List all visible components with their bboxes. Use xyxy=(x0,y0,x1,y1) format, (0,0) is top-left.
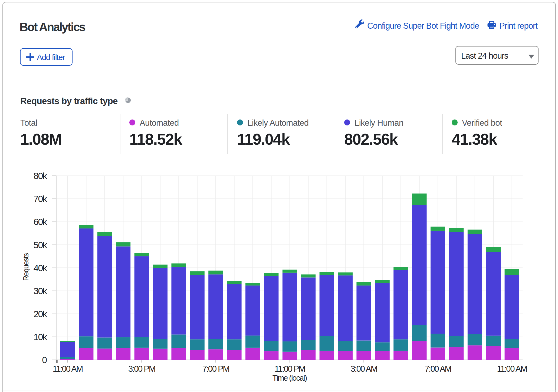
svg-text:50k: 50k xyxy=(34,240,47,250)
svg-text:80k: 80k xyxy=(34,171,47,181)
svg-text:7:00 PM: 7:00 PM xyxy=(202,364,229,374)
svg-text:70k: 70k xyxy=(34,194,47,204)
svg-text:3:00 PM: 3:00 PM xyxy=(128,364,155,374)
svg-text:0: 0 xyxy=(42,355,47,365)
svg-text:Requests: Requests xyxy=(22,253,30,281)
svg-text:11:00 PM: 11:00 PM xyxy=(275,364,305,374)
svg-text:40k: 40k xyxy=(34,263,47,273)
svg-text:11:00 AM: 11:00 AM xyxy=(53,364,83,374)
svg-text:3:00 AM: 3:00 AM xyxy=(351,364,377,374)
svg-text:10k: 10k xyxy=(34,332,47,342)
svg-text:20k: 20k xyxy=(34,309,47,319)
svg-text:30k: 30k xyxy=(34,286,47,296)
svg-text:11:00 AM: 11:00 AM xyxy=(497,364,527,374)
svg-text:7:00 AM: 7:00 AM xyxy=(425,364,451,374)
svg-text:Time (local): Time (local) xyxy=(273,374,307,382)
svg-text:60k: 60k xyxy=(34,217,47,227)
